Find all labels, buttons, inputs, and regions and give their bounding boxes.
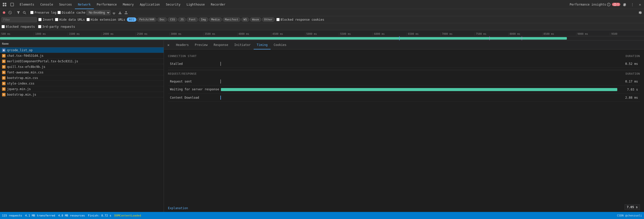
disable-cache-input[interactable] bbox=[57, 11, 61, 14]
timing-row-waiting: Waiting for server response 7.03 s bbox=[168, 86, 640, 94]
tab-security[interactable]: Security bbox=[163, 0, 184, 9]
network-settings-icon[interactable] bbox=[637, 10, 642, 15]
file-icon: ▦ bbox=[2, 48, 6, 52]
svg-point-7 bbox=[609, 5, 609, 5]
third-party-checkbox[interactable]: 3rd-party requests bbox=[38, 25, 75, 29]
error-badge: 1 bbox=[612, 3, 620, 6]
file-icon: ⊞ bbox=[2, 87, 6, 91]
filter-pill-fetchxhr[interactable]: Fetch/XHR bbox=[137, 17, 157, 22]
detail-tab-initiator[interactable]: Initiator bbox=[231, 40, 254, 49]
invert-input[interactable] bbox=[38, 18, 42, 21]
ruler-tick: 6500 ms bbox=[407, 33, 441, 36]
tab-performance[interactable]: Performance bbox=[94, 0, 120, 9]
file-row[interactable]: ⊞ jquery.min.js bbox=[0, 86, 164, 92]
file-row[interactable]: ⊞ bootstrap.min.css bbox=[0, 75, 164, 81]
detail-tab-cookies[interactable]: Cookies bbox=[271, 40, 289, 49]
filter-pill-other[interactable]: Other bbox=[262, 17, 275, 22]
ruler-tick: 4500 ms bbox=[271, 33, 305, 36]
ruler-tick: 1000 ms bbox=[34, 33, 68, 36]
preserve-log-input[interactable] bbox=[30, 11, 34, 14]
file-row[interactable]: ⊞ font-awesome.min.css bbox=[0, 70, 164, 75]
file-row[interactable]: ⊞ bootstrap.min.js bbox=[0, 92, 164, 97]
stalled-duration: 0.52 ms bbox=[618, 62, 638, 66]
stop-button[interactable] bbox=[8, 10, 13, 15]
tab-lighthouse[interactable]: Lighthouse bbox=[184, 0, 208, 9]
detail-tab-response[interactable]: Response bbox=[211, 40, 231, 49]
tab-network[interactable]: Network bbox=[75, 0, 94, 9]
file-icon: ⊞ bbox=[2, 65, 6, 69]
filter-pill-all[interactable]: All bbox=[127, 17, 136, 22]
content-download-bar-area bbox=[220, 96, 618, 100]
dom-content-loaded: DOMContentLoaded bbox=[114, 214, 141, 217]
waiting-label: Waiting for server response bbox=[170, 88, 220, 92]
throttle-select[interactable]: No throttling bbox=[86, 10, 110, 15]
filter-pill-ws[interactable]: WS bbox=[241, 17, 249, 22]
filter-pill-css[interactable]: CSS bbox=[168, 17, 177, 22]
content-download-label: Content Download bbox=[170, 96, 220, 99]
ruler-tick: 4000 ms bbox=[237, 33, 271, 36]
settings-icon[interactable] bbox=[622, 2, 628, 8]
blocked-requests-input[interactable] bbox=[2, 25, 5, 28]
filter-pill-doc[interactable]: Doc bbox=[157, 17, 167, 22]
close-detail-button[interactable]: ✕ bbox=[166, 42, 171, 47]
invert-checkbox[interactable]: Invert bbox=[38, 18, 53, 21]
tab-application[interactable]: Application bbox=[137, 0, 163, 9]
file-row[interactable]: ▦ qrcode_list_op bbox=[0, 47, 164, 53]
filter-pill-media[interactable]: Media bbox=[209, 17, 222, 22]
export-icon[interactable] bbox=[124, 10, 129, 15]
preserve-log-checkbox[interactable]: Preserve log bbox=[30, 11, 56, 14]
detail-tab-headers[interactable]: Headers bbox=[173, 40, 192, 49]
content-download-marker bbox=[220, 96, 221, 100]
file-row[interactable]: ⊞ style-index.css bbox=[0, 81, 164, 86]
file-row[interactable]: ⊞ merlinUIComponentPortal.tsx-bc5c8311.j… bbox=[0, 59, 164, 64]
third-party-input[interactable] bbox=[38, 25, 41, 28]
network-conditions-icon[interactable] bbox=[111, 10, 116, 15]
tab-recorder[interactable]: Recorder bbox=[208, 0, 228, 9]
file-name: qrcode_list_op bbox=[7, 48, 33, 52]
connection-start-header: Connection Start DURATION bbox=[168, 54, 640, 58]
filter-pill-img[interactable]: Img bbox=[199, 17, 208, 22]
filter-pill-font[interactable]: Font bbox=[187, 17, 198, 22]
detail-tab-timing[interactable]: Timing bbox=[254, 40, 271, 49]
explanation-link[interactable]: Explanation bbox=[164, 204, 644, 212]
detail-tab-preview[interactable]: Preview bbox=[192, 40, 211, 49]
filter-pill-manifest[interactable]: Manifest bbox=[223, 17, 241, 22]
svg-line-15 bbox=[25, 13, 26, 14]
tab-console[interactable]: Console bbox=[37, 0, 56, 9]
file-icon: ⊞ bbox=[2, 54, 6, 58]
performance-insights-button[interactable]: Performance insights bbox=[570, 3, 611, 6]
file-row[interactable]: ⊞ quill.tsx-efc8bc9b.js bbox=[0, 64, 164, 70]
ruler-tick: 3000 ms bbox=[169, 33, 203, 36]
tab-sources[interactable]: Sources bbox=[56, 0, 75, 9]
hide-data-urls-input[interactable] bbox=[55, 18, 58, 21]
import-icon[interactable] bbox=[118, 10, 123, 15]
search-icon[interactable] bbox=[22, 10, 27, 15]
more-options-icon[interactable]: ⋮ bbox=[629, 2, 635, 8]
hide-ext-urls-input[interactable] bbox=[86, 18, 90, 21]
name-column-header: Name bbox=[2, 42, 9, 45]
file-row[interactable]: ⊞ chat.tsx-f04531d4.js bbox=[0, 53, 164, 59]
filter-icon[interactable] bbox=[16, 10, 21, 15]
tab-elements[interactable]: Elements bbox=[17, 0, 37, 9]
filter-pill-js[interactable]: JS bbox=[178, 17, 186, 22]
timing-row-request-sent: Request sent 0.17 ms bbox=[168, 77, 640, 86]
blocked-response-input[interactable] bbox=[276, 18, 280, 21]
blocked-requests-checkbox[interactable]: Blocked requests bbox=[2, 25, 35, 29]
request-sent-duration: 0.17 ms bbox=[618, 80, 638, 83]
inspect-icon[interactable] bbox=[9, 1, 16, 8]
hide-data-urls-checkbox[interactable]: Hide data URLs bbox=[55, 18, 85, 21]
record-button[interactable] bbox=[2, 10, 7, 15]
resources-size: 4.8 MB resources bbox=[58, 214, 85, 217]
ruler-tick: 9500 bbox=[610, 33, 644, 36]
ruler-tick: 9000 ms bbox=[576, 33, 610, 36]
tab-memory[interactable]: Memory bbox=[120, 0, 137, 9]
blocked-response-checkbox[interactable]: Blocked response cookies bbox=[276, 18, 324, 21]
hide-ext-urls-checkbox[interactable]: Hide extension URLs bbox=[86, 18, 125, 21]
status-bar: 115 requests 4.1 MB transferred 4.8 MB r… bbox=[0, 212, 644, 219]
filter-input[interactable] bbox=[2, 17, 37, 22]
filter-pill-wasm[interactable]: Wasm bbox=[250, 17, 261, 22]
file-icon: ⊞ bbox=[2, 93, 6, 96]
close-devtools-icon[interactable]: ✕ bbox=[637, 2, 643, 8]
svg-rect-1 bbox=[5, 3, 6, 4]
disable-cache-checkbox[interactable]: Disable cache bbox=[57, 11, 85, 14]
